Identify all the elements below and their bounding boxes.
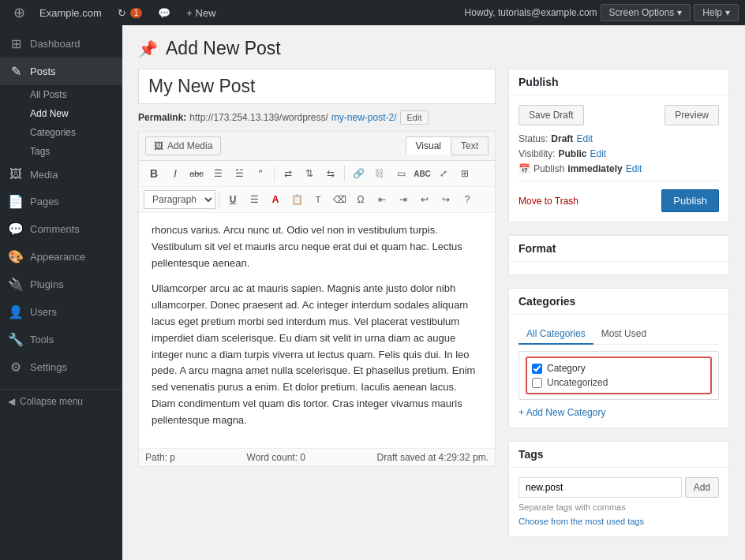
sidebar-subitem-all-posts[interactable]: All Posts — [0, 85, 122, 104]
posts-icon: ✎ — [8, 64, 24, 79]
category-list: Category Uncategorized — [519, 351, 719, 400]
add-media-button[interactable]: 🖼 Add Media — [145, 136, 221, 155]
sidebar-subitem-add-new[interactable]: Add New — [0, 104, 122, 123]
move-to-trash-button[interactable]: Move to Trash — [519, 196, 578, 207]
permalink-row: Permalink: http://173.254.13.139/wordpre… — [138, 110, 496, 125]
adminbar-new[interactable]: + New — [178, 0, 223, 25]
tab-text[interactable]: Text — [451, 136, 489, 155]
preview-button[interactable]: Preview — [665, 105, 719, 125]
sidebar-item-appearance[interactable]: 🎨 Appearance — [0, 243, 122, 271]
editor-content[interactable]: rhoncus varius. Arcu nunc ut. Odio vel n… — [139, 213, 495, 448]
sidebar-item-dashboard[interactable]: ⊞ Dashboard — [0, 30, 122, 58]
choose-tags-link[interactable]: Choose from the most used tags — [519, 517, 644, 526]
page-title: Add New Post — [166, 38, 281, 59]
category-tabs: All Categories Most Used — [519, 324, 719, 345]
media-upload-icon: 🖼 — [154, 140, 163, 151]
category-label-category[interactable]: Category — [547, 363, 586, 374]
paste-button[interactable]: 📋 — [286, 190, 307, 209]
permalink-edit-button[interactable]: Edit — [400, 110, 429, 125]
categories-metabox-body: All Categories Most Used Category — [509, 315, 728, 427]
insert-button[interactable]: ▭ — [391, 164, 411, 183]
adminbar-comments[interactable]: 💬 — [150, 0, 178, 25]
align-left-button[interactable]: ⇄ — [278, 164, 298, 183]
publish-time-edit-link[interactable]: Edit — [626, 163, 642, 174]
category-checkbox-uncategorized[interactable] — [532, 378, 542, 388]
fullscreen-button[interactable]: ⤢ — [433, 164, 454, 183]
help-toolbar-button[interactable]: ? — [457, 190, 477, 209]
tags-hint: Separate tags with commas — [519, 502, 719, 512]
strikethrough-button[interactable]: abc — [186, 164, 207, 183]
sidebar-item-plugins[interactable]: 🔌 Plugins — [0, 271, 122, 298]
publish-metabox-header: Publish — [509, 69, 728, 95]
visibility-edit-link[interactable]: Edit — [590, 148, 606, 159]
publish-time-value: immediately — [567, 163, 622, 174]
permalink-label: Permalink: — [138, 112, 186, 123]
clear-format-button[interactable]: ⌫ — [329, 190, 350, 209]
tags-input-row: Add — [519, 477, 719, 498]
sidebar-item-settings[interactable]: ⚙ Settings — [0, 353, 122, 381]
unordered-list-button[interactable]: ☰ — [208, 164, 228, 183]
sidebar-item-posts[interactable]: ✎ Posts — [0, 58, 122, 85]
tab-most-used[interactable]: Most Used — [593, 324, 654, 345]
italic-button[interactable]: I — [165, 164, 185, 183]
paragraph-format-select[interactable]: Paragraph Heading 1 Heading 2 Heading 3 … — [144, 190, 215, 209]
tab-all-categories[interactable]: All Categories — [519, 324, 593, 345]
align-right-button[interactable]: ⇆ — [320, 164, 341, 183]
category-checkbox-category[interactable] — [532, 364, 542, 374]
add-tag-button[interactable]: Add — [685, 477, 719, 498]
outdent-button[interactable]: ⇤ — [372, 190, 392, 209]
undo-button[interactable]: ↩ — [414, 190, 435, 209]
blockquote-button[interactable]: “ — [250, 164, 271, 183]
category-label-uncategorized[interactable]: Uncategorized — [547, 377, 608, 388]
format-metabox-header: Format — [509, 236, 728, 262]
insert-link-button[interactable]: 🔗 — [348, 164, 369, 183]
format-options — [509, 262, 728, 274]
add-new-category-link[interactable]: + Add New Category — [519, 407, 605, 418]
sidebar-subitem-tags[interactable]: Tags — [0, 142, 122, 161]
bold-button[interactable]: B — [144, 164, 164, 183]
pages-icon: 📄 — [8, 194, 24, 209]
right-column: Publish Save Draft Preview Status: Draft… — [508, 69, 729, 550]
special-char-button[interactable]: Ω — [350, 190, 371, 209]
spellcheck-button[interactable]: ABC — [412, 164, 432, 183]
wp-logo[interactable]: ⊕ — [6, 0, 32, 25]
sidebar-item-media[interactable]: 🖼 Media — [0, 161, 122, 188]
font-color-button[interactable]: A — [265, 190, 286, 209]
collapse-menu-button[interactable]: ◀ Collapse menu — [0, 389, 122, 413]
paste-text-button[interactable]: T — [308, 190, 328, 209]
underline-button[interactable]: U — [223, 190, 243, 209]
sidebar: ⊞ Dashboard ✎ Posts All Posts Add New Ca… — [0, 25, 122, 560]
tags-metabox-header: Tags — [509, 442, 728, 468]
align-center-button[interactable]: ⇅ — [299, 164, 320, 183]
tab-visual[interactable]: Visual — [406, 136, 451, 155]
sidebar-item-comments[interactable]: 💬 Comments — [0, 215, 122, 243]
sidebar-item-tools[interactable]: 🔧 Tools — [0, 326, 122, 353]
post-title-input[interactable] — [138, 69, 496, 104]
adminbar-right: Howdy, tutorials@example.com Screen Opti… — [465, 4, 739, 21]
publish-button[interactable]: Publish — [661, 189, 719, 212]
remove-link-button[interactable]: ⛓ — [369, 164, 390, 183]
sidebar-item-users[interactable]: 👤 Users — [0, 298, 122, 326]
sidebar-item-pages[interactable]: 📄 Pages — [0, 188, 122, 215]
table-button[interactable]: ⊞ — [455, 164, 475, 183]
sidebar-subitem-categories[interactable]: Categories — [0, 123, 122, 142]
adminbar-site[interactable]: Example.com — [32, 0, 110, 25]
ordered-list-button[interactable]: ☱ — [229, 164, 249, 183]
save-draft-button[interactable]: Save Draft — [519, 105, 584, 125]
tags-input[interactable] — [519, 477, 682, 498]
indent-button[interactable]: ⇥ — [393, 190, 414, 209]
justify-button[interactable]: ☰ — [244, 190, 264, 209]
permalink-base-url: http://173.254.13.139/wordpress/ — [189, 112, 328, 123]
editor-toolbar-row2: Paragraph Heading 1 Heading 2 Heading 3 … — [139, 187, 495, 213]
publish-time-label: Publish — [533, 163, 564, 174]
permalink-link[interactable]: my-new-post-2/ — [331, 112, 397, 123]
editor-paragraph-2: Ullamcorper arcu ac at mauris sapien. Ma… — [152, 281, 482, 428]
status-edit-link[interactable]: Edit — [576, 133, 593, 144]
word-count-label: Word count: 0 — [247, 452, 305, 463]
redo-button[interactable]: ↪ — [436, 190, 456, 209]
category-item-category: Category — [532, 361, 706, 375]
adminbar-updates[interactable]: ↻ 1 — [110, 0, 151, 25]
help-button[interactable]: Help ▾ — [694, 4, 739, 21]
screen-options-button[interactable]: Screen Options ▾ — [601, 4, 691, 21]
editor-box: 🖼 Add Media Visual Text B I abc ☰ — [138, 131, 496, 467]
